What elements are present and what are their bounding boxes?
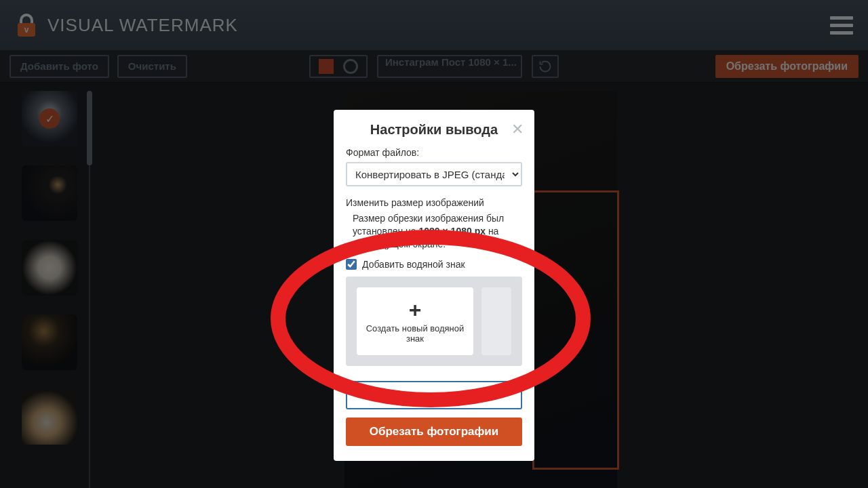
watermark-picker: + Создать новый водяной знак — [346, 277, 522, 366]
create-watermark-button[interactable]: + Создать новый водяной знак — [357, 287, 473, 355]
format-label: Формат файлов: — [346, 147, 522, 158]
preview-button[interactable]: Предпросмотр — [346, 381, 522, 409]
resize-label: Изменить размер изображений — [346, 197, 522, 208]
watermark-slot[interactable] — [481, 287, 511, 355]
add-watermark-checkbox[interactable] — [346, 259, 357, 270]
create-watermark-label: Создать новый водяной знак — [357, 323, 473, 344]
crop-photos-button[interactable]: Обрезать фотографии — [346, 418, 522, 446]
crop-size-info: Размер обрезки изображения был установле… — [346, 212, 522, 251]
add-watermark-label[interactable]: Добавить водяной знак — [362, 259, 465, 270]
modal-title: Настройки вывода — [370, 122, 498, 137]
output-settings-modal: Настройки вывода ✕ Формат файлов: Конвер… — [334, 110, 534, 461]
format-select[interactable]: Конвертировать в JPEG (стандартн — [346, 162, 522, 186]
close-icon[interactable]: ✕ — [511, 121, 524, 138]
plus-icon: + — [409, 299, 422, 321]
